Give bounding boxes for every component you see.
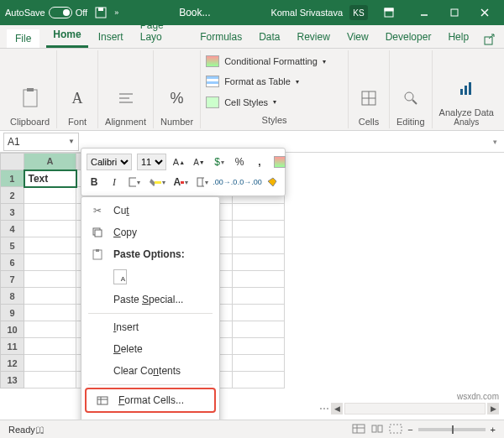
row-header-5[interactable]: 5 (1, 237, 24, 254)
tab-formulas[interactable]: Formulas (193, 28, 249, 48)
menu-delete[interactable]: Delete (81, 338, 219, 360)
tab-view[interactable]: View (340, 28, 375, 48)
cell-styles-button[interactable]: Cell Styles▾ (206, 95, 343, 110)
cell[interactable] (233, 288, 285, 305)
row-header-12[interactable]: 12 (1, 355, 24, 372)
group-editing[interactable]: Editing (390, 50, 433, 128)
scroll-track[interactable] (344, 403, 486, 415)
cell[interactable] (24, 305, 76, 321)
share-icon[interactable] (482, 31, 497, 48)
cell[interactable] (233, 254, 285, 271)
accounting-format-icon[interactable]: $ (212, 154, 227, 170)
tab-page-layout[interactable]: Page Layo (134, 16, 190, 48)
font-picker[interactable]: Calibri (87, 154, 132, 170)
zoom-out-icon[interactable]: − (407, 425, 412, 435)
menu-cut[interactable]: ✂ Cut (81, 200, 219, 222)
cell[interactable] (233, 271, 285, 288)
group-clipboard[interactable]: Clipboard (3, 50, 57, 128)
bold-button[interactable]: B (87, 174, 102, 190)
row-header-8[interactable]: 8 (1, 288, 24, 305)
zoom-in-icon[interactable]: + (491, 425, 496, 435)
col-header-a[interactable]: A (24, 154, 76, 170)
save-icon[interactable] (94, 6, 108, 19)
conditional-format-mini-icon[interactable] (272, 154, 287, 170)
cell[interactable] (24, 288, 76, 305)
cell[interactable] (24, 355, 76, 372)
group-analyze[interactable]: Analyze Data Analys (433, 50, 501, 128)
merge-icon[interactable] (195, 174, 210, 190)
italic-button[interactable]: I (107, 174, 122, 190)
sheet-nav-dots[interactable]: ⋯ (319, 403, 329, 415)
cell[interactable] (233, 372, 285, 388)
menu-paste-default[interactable]: A (81, 265, 219, 289)
horizontal-scrollbar[interactable]: ⋯ ◀ ▶ (319, 403, 499, 415)
view-normal-icon[interactable] (352, 424, 365, 435)
group-font[interactable]: A Font (57, 50, 98, 128)
cell[interactable] (24, 254, 76, 271)
menu-insert[interactable]: Insert (81, 316, 219, 338)
cell[interactable] (24, 221, 76, 237)
cell[interactable] (233, 204, 285, 221)
name-box[interactable]: A1 ▼ (3, 133, 79, 151)
menu-copy[interactable]: Copy (81, 222, 219, 243)
menu-clear-contents[interactable]: Clear Contents (81, 360, 219, 382)
increase-font-icon[interactable]: A▲ (171, 154, 186, 170)
view-page-layout-icon[interactable] (370, 424, 384, 435)
row-header-1[interactable]: 1 (1, 170, 24, 187)
row-header-3[interactable]: 3 (1, 204, 24, 221)
cell[interactable] (24, 237, 76, 254)
percent-format-icon[interactable]: % (232, 154, 247, 170)
zoom-slider[interactable] (418, 428, 486, 431)
row-header-7[interactable]: 7 (1, 271, 24, 288)
cell[interactable] (24, 372, 76, 388)
select-all-corner[interactable] (1, 154, 24, 170)
format-painter-icon[interactable] (265, 174, 280, 190)
row-header-6[interactable]: 6 (1, 254, 24, 271)
row-header-11[interactable]: 11 (1, 338, 24, 355)
cell-a1[interactable]: Text (24, 170, 76, 187)
minimize-button[interactable] (410, 2, 438, 23)
cell[interactable] (24, 338, 76, 355)
cell[interactable] (233, 355, 285, 372)
user-avatar[interactable]: KS (349, 5, 368, 20)
tab-insert[interactable]: Insert (92, 28, 130, 48)
borders-icon[interactable] (127, 174, 142, 190)
qat-overflow[interactable]: » (114, 8, 118, 17)
decrease-font-icon[interactable]: A▼ (192, 154, 207, 170)
formula-bar-expand[interactable]: ▾ (486, 138, 504, 146)
ribbon-display-options[interactable] (375, 2, 403, 23)
row-header-10[interactable]: 10 (1, 321, 24, 338)
cell[interactable] (24, 204, 76, 221)
decrease-decimal-icon[interactable]: .00→.0 (215, 174, 235, 190)
menu-paste-special[interactable]: Paste Special... (81, 289, 219, 310)
font-size-picker[interactable]: 11 (137, 154, 166, 170)
cell[interactable] (233, 338, 285, 355)
close-button[interactable] (470, 2, 499, 23)
fill-color-icon[interactable] (147, 174, 167, 190)
comma-format-icon[interactable]: , (252, 154, 267, 170)
maximize-button[interactable] (440, 2, 469, 23)
cell[interactable] (233, 221, 285, 237)
accessibility-icon[interactable]: 🕮 (35, 425, 45, 435)
scroll-left-icon[interactable]: ◀ (331, 403, 343, 415)
cell[interactable] (24, 321, 76, 338)
tab-developer[interactable]: Developer (379, 28, 438, 48)
cell[interactable] (233, 237, 285, 254)
group-cells[interactable]: Cells (349, 50, 390, 128)
row-header-13[interactable]: 13 (1, 372, 24, 388)
cell[interactable] (24, 271, 76, 288)
tab-data[interactable]: Data (252, 28, 286, 48)
cell[interactable] (233, 321, 285, 338)
tab-review[interactable]: Review (291, 28, 337, 48)
font-color-icon[interactable]: A (172, 174, 190, 190)
tab-help[interactable]: Help (441, 28, 475, 48)
format-as-table-button[interactable]: Format as Table▾ (206, 74, 343, 89)
autosave-toggle[interactable]: AutoSave Off (5, 7, 87, 18)
tab-file[interactable]: File (7, 29, 39, 48)
cell[interactable] (24, 187, 76, 204)
group-number[interactable]: % Number (154, 50, 201, 128)
conditional-formatting-button[interactable]: Conditional Formatting▾ (206, 54, 343, 69)
view-page-break-icon[interactable] (389, 424, 402, 435)
row-header-2[interactable]: 2 (1, 187, 24, 204)
menu-format-cells[interactable]: Format Cells... (85, 388, 216, 413)
